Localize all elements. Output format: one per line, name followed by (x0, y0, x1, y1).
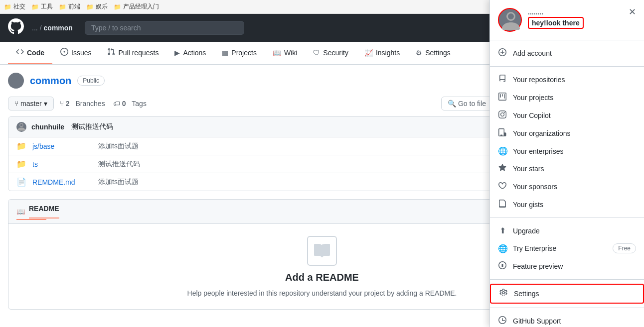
repo-icon (498, 75, 507, 85)
free-badge: Free (613, 243, 636, 253)
bookmark-folder-icon4: 📁 (86, 3, 94, 10)
branch-icon: ⑂ (14, 100, 18, 108)
your-repositories-item[interactable]: Your repositories (490, 71, 644, 89)
your-copilot-item[interactable]: Your Copilot (490, 107, 644, 124)
feature-preview-label: Feature preview (513, 262, 636, 270)
tab-settings[interactable]: ⚙ Settings (408, 43, 459, 64)
bookmark-shejiao[interactable]: 📁 社交 (4, 2, 25, 11)
actions-icon: ▶ (174, 49, 180, 57)
settings-item[interactable]: Settings (490, 284, 644, 304)
project-icon (498, 93, 507, 103)
add-account-icon (498, 48, 507, 58)
your-projects-label: Your projects (513, 94, 636, 102)
tab-insights[interactable]: 📈 Insights (356, 43, 408, 64)
bookmark-gongju[interactable]: 📁 工具 (31, 2, 53, 11)
add-account-item[interactable]: Add account (490, 44, 644, 62)
tab-actions[interactable]: ▶ Actions (166, 43, 214, 64)
code-icon (16, 48, 24, 57)
wiki-icon: 📖 (273, 49, 281, 57)
security-icon: 🛡 (313, 49, 320, 57)
branch-selector[interactable]: ⑂ master ▾ (8, 97, 54, 110)
file-name-link[interactable]: js/base (32, 142, 92, 150)
github-support-item[interactable]: GitHub Support (490, 312, 644, 326)
repo-owner-avatar (8, 73, 24, 89)
bookmark-folder-icon3: 📁 (59, 3, 66, 10)
file-name-link[interactable]: REMDME.md (32, 178, 92, 186)
star-icon (498, 164, 507, 174)
settings-label: Settings (514, 290, 635, 298)
dropdown-user-avatar (498, 8, 522, 32)
gist-icon (498, 200, 507, 210)
branches-link[interactable]: ⑂ 2 Branches (58, 100, 107, 108)
your-copilot-label: Your Copilot (513, 111, 636, 119)
tab-security-label: Security (323, 49, 348, 57)
tags-link[interactable]: 🏷 0 Tags (111, 100, 149, 108)
copilot-icon (498, 110, 507, 120)
your-stars-item[interactable]: Your stars (490, 160, 644, 178)
bookmark-qianduan[interactable]: 📁 前端 (59, 2, 80, 11)
your-enterprises-label: Your enterprises (513, 147, 636, 155)
support-icon (498, 316, 507, 326)
tag-icon: 🏷 (113, 100, 120, 108)
try-enterprise-label: Try Enterprise (513, 244, 607, 252)
bookmark-chanpin[interactable]: 📁 产品经理入门 (114, 2, 159, 11)
tab-wiki[interactable]: 📖 Wiki (265, 43, 305, 64)
tab-code-label: Code (27, 49, 44, 57)
bookmark-folder-icon5: 📁 (114, 3, 121, 10)
upgrade-label: Upgrade (513, 227, 636, 235)
tab-pullrequests[interactable]: Pull requests (99, 42, 166, 64)
breadcrumb: ... / common (32, 24, 73, 32)
tab-pr-label: Pull requests (118, 49, 159, 57)
repo-title-link[interactable]: common (30, 75, 71, 87)
enterprise-icon: 🌐 (498, 146, 507, 156)
commit-message: 测试推送代码 (71, 122, 113, 131)
tab-code[interactable]: Code (8, 42, 52, 64)
tab-projects[interactable]: ▦ Projects (214, 43, 265, 64)
dropdown-section-add-account: Add account (490, 40, 644, 67)
your-sponsors-item[interactable]: Your sponsors (490, 178, 644, 196)
tab-actions-label: Actions (183, 49, 206, 57)
file-icon: 📄 (16, 177, 26, 187)
branch-count-icon: ⑂ (60, 100, 64, 108)
upgrade-item[interactable]: ⬆ Upgrade (490, 222, 644, 239)
readme-book-icon: 📖 (16, 208, 25, 216)
repo-name-link[interactable]: common (44, 24, 73, 32)
user-prefix[interactable]: ... (32, 24, 38, 32)
tab-issues[interactable]: Issues (52, 42, 99, 64)
bookmark-folder-icon: 📁 (4, 3, 11, 10)
bookmark-yule[interactable]: 📁 娱乐 (86, 2, 108, 11)
tab-security[interactable]: 🛡 Security (305, 43, 356, 64)
search-icon: 🔍 (448, 100, 456, 108)
projects-icon: ▦ (222, 49, 228, 57)
add-readme-subtitle: Help people interested in this repositor… (187, 289, 457, 297)
file-name-link[interactable]: ts (32, 160, 92, 168)
github-logo[interactable] (8, 18, 24, 37)
dropdown-section-repos: Your repositories Your projects Your Cop… (490, 67, 644, 218)
bookmark-folder-icon2: 📁 (31, 3, 39, 10)
commit-author-name[interactable]: chunhuile (31, 123, 64, 131)
your-stars-label: Your stars (513, 165, 636, 173)
your-gists-item[interactable]: Your gists (490, 196, 644, 214)
your-enterprises-item[interactable]: 🌐 Your enterprises (490, 142, 644, 160)
feature-preview-item[interactable]: Feature preview (490, 257, 644, 275)
issues-icon (60, 48, 68, 57)
settings-icon: ⚙ (416, 49, 422, 57)
dropdown-close-button[interactable]: ✕ (626, 6, 638, 18)
dropdown-user-info: ........ hey!look there (528, 8, 584, 29)
search-container (85, 21, 244, 35)
repo-visibility-badge: Public (77, 76, 105, 86)
tab-issues-label: Issues (71, 49, 91, 57)
your-sponsors-label: Your sponsors (513, 183, 636, 191)
dropdown-section-upgrade: ⬆ Upgrade 🌐 Try Enterprise Free Feature … (490, 218, 644, 280)
dropdown-section-support: GitHub Support GitHub Community (490, 308, 644, 326)
insights-icon: 📈 (364, 49, 373, 57)
github-support-label: GitHub Support (513, 317, 636, 325)
your-projects-item[interactable]: Your projects (490, 89, 644, 107)
dropdown-header: ........ hey!look there ✕ (490, 0, 644, 40)
dropdown-section-settings: Settings (490, 280, 644, 308)
folder-icon: 📁 (16, 159, 26, 169)
try-enterprise-item[interactable]: 🌐 Try Enterprise Free (490, 239, 644, 257)
search-input[interactable] (85, 21, 244, 35)
tab-wiki-label: Wiki (284, 49, 297, 57)
your-organizations-item[interactable]: Your organizations (490, 124, 644, 142)
